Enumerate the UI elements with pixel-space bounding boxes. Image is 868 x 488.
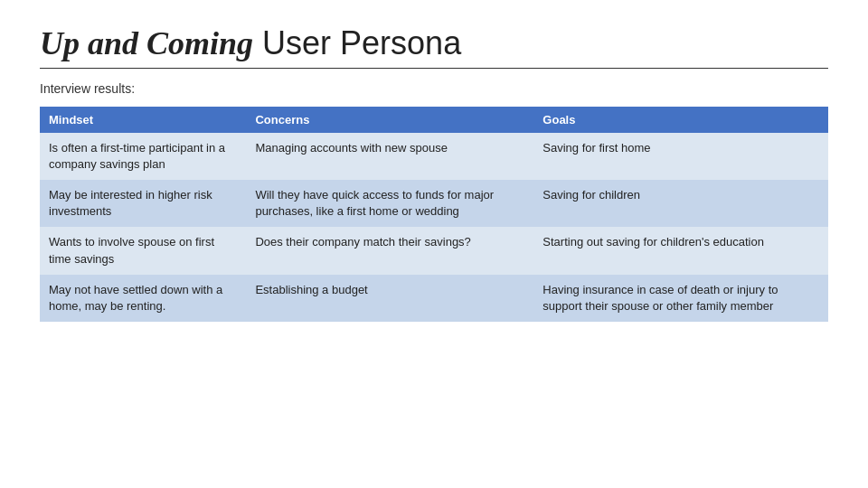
title-regular-part: User Persona xyxy=(253,24,461,61)
cell-concerns: Does their company match their savings? xyxy=(246,227,533,274)
table-row: May not have settled down with a home, m… xyxy=(40,275,828,322)
persona-table: Mindset Concerns Goals Is often a first-… xyxy=(40,107,828,323)
header-concerns: Concerns xyxy=(246,107,533,133)
cell-goals: Having insurance in case of death or inj… xyxy=(533,275,828,322)
header-goals: Goals xyxy=(533,107,828,133)
cell-mindset: May not have settled down with a home, m… xyxy=(40,275,246,322)
table-row: Wants to involve spouse on first time sa… xyxy=(40,227,828,274)
page-title: Up and Coming User Persona xyxy=(40,25,828,62)
cell-concerns: Establishing a budget xyxy=(246,275,533,322)
header-mindset: Mindset xyxy=(40,107,246,133)
cell-goals: Saving for children xyxy=(533,180,828,227)
cell-mindset: Wants to involve spouse on first time sa… xyxy=(40,227,246,274)
title-divider xyxy=(40,68,828,69)
table-row: May be interested in higher risk investm… xyxy=(40,180,828,227)
cell-concerns: Managing accounts with new spouse xyxy=(246,133,533,180)
cell-mindset: May be interested in higher risk investm… xyxy=(40,180,246,227)
cell-mindset: Is often a first-time participant in a c… xyxy=(40,133,246,180)
title-italic-part: Up and Coming xyxy=(40,25,253,61)
cell-goals: Saving for first home xyxy=(533,133,828,180)
table-header-row: Mindset Concerns Goals xyxy=(40,107,828,133)
title-area: Up and Coming User Persona xyxy=(40,25,828,62)
page: Up and Coming User Persona Interview res… xyxy=(0,0,868,488)
cell-goals: Starting out saving for children's educa… xyxy=(533,227,828,274)
table-row: Is often a first-time participant in a c… xyxy=(40,133,828,180)
cell-concerns: Will they have quick access to funds for… xyxy=(246,180,533,227)
subtitle: Interview results: xyxy=(40,81,828,96)
